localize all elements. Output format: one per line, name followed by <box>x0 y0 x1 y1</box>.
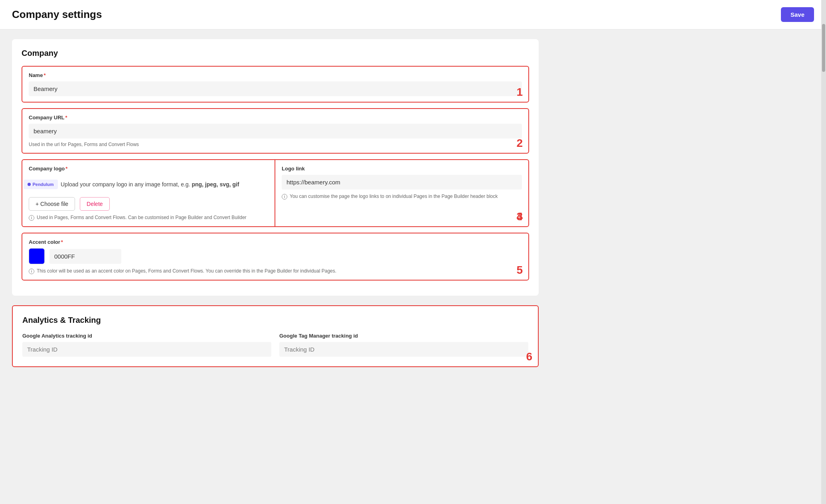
logo-info-icon: i <box>29 215 34 221</box>
name-input[interactable] <box>29 81 522 96</box>
logo-link-label: Logo link <box>282 166 522 172</box>
logo-preview-text: Pendulum <box>32 182 53 187</box>
color-hex-input[interactable] <box>49 249 121 264</box>
logo-link-hint-text: You can customise the page the logo link… <box>290 194 498 199</box>
accent-hint-text: This color will be used as an accent col… <box>37 268 336 274</box>
ga-input[interactable] <box>22 342 271 357</box>
analytics-grid: Google Analytics tracking id Google Tag … <box>22 333 528 357</box>
logo-required-marker: * <box>65 166 67 172</box>
logo-label: Company logo* <box>29 166 268 172</box>
company-section-title: Company <box>22 49 529 58</box>
scrollbar[interactable] <box>821 0 826 504</box>
color-swatch[interactable] <box>29 248 45 264</box>
accent-row <box>29 248 522 264</box>
logo-preview: Pendulum <box>29 176 53 192</box>
analytics-section: Analytics & Tracking Google Analytics tr… <box>12 305 539 367</box>
name-field-group: Name* 1 <box>22 66 529 103</box>
annotation-4: 4 <box>516 211 523 222</box>
main-content: Company Name* 1 Company URL* Used in the… <box>0 30 551 386</box>
accent-hint: i This color will be used as an accent c… <box>29 268 522 274</box>
name-required-marker: * <box>43 72 45 78</box>
gtm-input[interactable] <box>279 342 528 357</box>
logo-upload-area: Pendulum Upload your company logo in any… <box>29 176 268 192</box>
analytics-section-title: Analytics & Tracking <box>22 316 528 325</box>
upload-actions: + Choose file Delete <box>29 197 268 211</box>
url-label: Company URL* <box>29 115 522 121</box>
company-url-field-group: Company URL* Used in the url for Pages, … <box>22 108 529 154</box>
top-bar: Company settings Save <box>0 0 826 30</box>
company-section: Company Name* 1 Company URL* Used in the… <box>12 39 539 296</box>
ga-field-group: Google Analytics tracking id <box>22 333 271 357</box>
annotation-2: 2 <box>516 138 523 149</box>
logo-row: Company logo* Pendulum Upload your compa… <box>22 159 529 227</box>
logo-link-input[interactable] <box>282 175 522 190</box>
accent-required-marker: * <box>61 239 63 245</box>
choose-file-button[interactable]: + Choose file <box>29 197 75 211</box>
logo-preview-inner: Pendulum <box>24 180 57 189</box>
url-required-marker: * <box>65 115 67 121</box>
url-input[interactable] <box>29 124 522 138</box>
upload-instructions: Upload your company logo in any image fo… <box>61 181 239 188</box>
logo-dot <box>28 183 31 186</box>
logo-link-info-icon: i <box>282 194 287 200</box>
logo-link-hint: i You can customise the page the logo li… <box>282 194 522 200</box>
scrollbar-thumb[interactable] <box>822 24 825 72</box>
page-title: Company settings <box>12 8 102 21</box>
accent-info-icon: i <box>29 269 34 274</box>
save-button[interactable]: Save <box>781 7 814 22</box>
delete-logo-button[interactable]: Delete <box>80 197 109 211</box>
accent-label: Accent color* <box>29 239 522 245</box>
logo-hint-text: Used in Pages, Forms and Convert Flows. … <box>37 215 247 220</box>
name-label: Name* <box>29 72 522 78</box>
annotation-5: 5 <box>516 265 523 276</box>
annotation-6: 6 <box>526 351 532 362</box>
gtm-field-group: Google Tag Manager tracking id <box>279 333 528 357</box>
accent-color-field-group: Accent color* i This color will be used … <box>22 233 529 281</box>
annotation-1: 1 <box>516 87 523 98</box>
gtm-label: Google Tag Manager tracking id <box>279 333 528 339</box>
upload-formats: png, jpeg, svg, gif <box>192 181 239 188</box>
logo-hint: i Used in Pages, Forms and Convert Flows… <box>29 215 268 221</box>
ga-label: Google Analytics tracking id <box>22 333 271 339</box>
url-hint: Used in the url for Pages, Forms and Con… <box>29 142 522 147</box>
logo-field-group: Company logo* Pendulum Upload your compa… <box>22 160 275 226</box>
logo-link-field-group: Logo link i You can customise the page t… <box>275 160 528 226</box>
